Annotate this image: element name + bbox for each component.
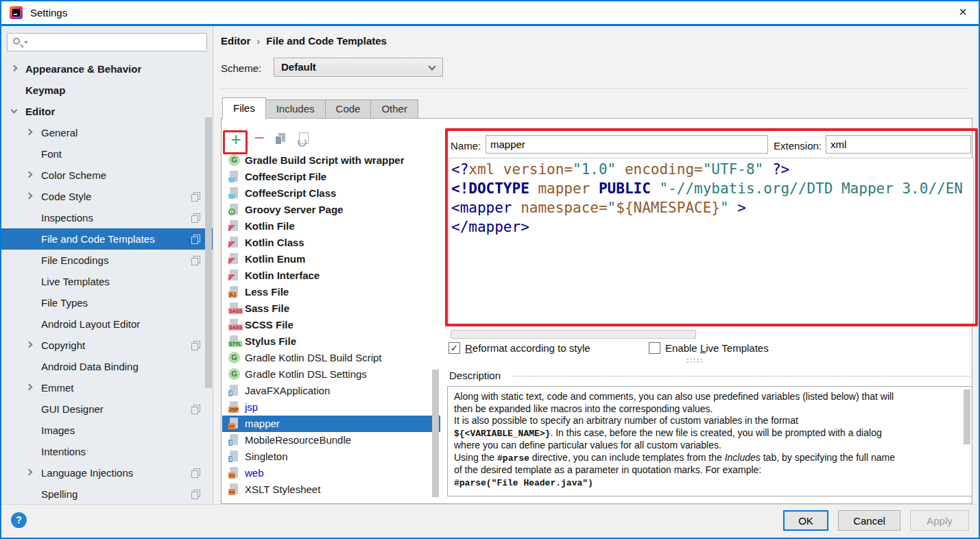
sidebar-item-intentions[interactable]: Intentions — [1, 441, 213, 462]
chevron-right-icon[interactable] — [26, 384, 33, 391]
cancel-button[interactable]: Cancel — [838, 510, 900, 531]
footer-bar: ? OK Cancel Apply — [1, 504, 979, 538]
sidebar-item-emmet[interactable]: Emmet — [1, 377, 213, 398]
sidebar-item-images[interactable]: Images — [1, 420, 213, 441]
template-item-kotlin-file[interactable]: Kotlin File — [222, 218, 440, 235]
template-item-gradle-kotlin-dsl-settings[interactable]: GGradle Kotlin DSL Settings — [222, 366, 440, 383]
sidebar-item-general[interactable]: General — [1, 122, 213, 143]
template-item-label: Gradle Kotlin DSL Build Script — [245, 352, 382, 363]
splitter-grip[interactable] — [686, 358, 702, 363]
reset-template-button[interactable] — [299, 132, 309, 144]
settings-search-input[interactable] — [31, 34, 204, 50]
intellij-logo-icon — [10, 6, 23, 19]
gradle-file-icon: G — [228, 352, 240, 363]
template-item-web[interactable]: <>web — [222, 465, 440, 481]
search-options-caret-icon — [24, 41, 28, 46]
template-item-gradle-build-script-with-wrapper[interactable]: GGradle Build Script with wrapper — [222, 152, 440, 169]
ok-button[interactable]: OK — [783, 510, 828, 531]
template-item-less-file[interactable]: {L}Less File — [222, 284, 440, 300]
template-list: GGradle Build Script with wrapperCoffeeS… — [222, 152, 440, 498]
chevron-right-icon[interactable] — [11, 65, 18, 72]
template-item-groovy-server-page[interactable]: GGroovy Server Page — [222, 202, 440, 218]
template-item-label: Kotlin File — [245, 220, 295, 232]
remove-template-button[interactable]: − — [250, 129, 268, 147]
copy-template-button[interactable] — [275, 133, 286, 145]
tab-other[interactable]: Other — [370, 99, 418, 119]
tab-files[interactable]: Files — [222, 97, 266, 119]
template-item-coffeescript-class[interactable]: CoffeeScript Class — [222, 185, 440, 202]
reformat-checkbox-label: Reformat according to style — [465, 342, 590, 354]
chevron-right-icon[interactable] — [26, 129, 33, 136]
sass-file-icon: SASS — [228, 302, 240, 314]
coffee-file-icon — [228, 187, 240, 199]
sidebar-item-language-injections[interactable]: Language Injections — [1, 462, 213, 483]
sidebar-item-copyright[interactable]: Copyright — [1, 335, 213, 356]
close-icon[interactable]: × — [947, 1, 979, 24]
description-box: Along with static text, code and comment… — [447, 386, 972, 496]
sidebar-item-keymap[interactable]: Keymap — [1, 80, 213, 101]
sidebar-item-inspections[interactable]: Inspections — [1, 207, 213, 228]
template-item-mobileresourcebundle[interactable]: JMobileResourceBundle — [222, 432, 440, 448]
breadcrumb-editor[interactable]: Editor — [221, 35, 250, 47]
kotlin-file-icon — [228, 253, 240, 265]
sidebar-item-file-encodings[interactable]: File Encodings — [1, 250, 213, 271]
template-item-label: Singleton — [245, 451, 288, 462]
template-item-kotlin-interface[interactable]: Kotlin Interface — [222, 267, 440, 284]
xml-file-icon: <> — [228, 418, 240, 429]
scheme-select[interactable]: Default — [274, 58, 443, 77]
template-item-stylus-file[interactable]: STYLStylus File — [222, 333, 440, 350]
sidebar-scrollbar-thumb[interactable] — [205, 117, 212, 388]
sidebar-item-label: Color Scheme — [41, 165, 106, 186]
tab-code[interactable]: Code — [325, 99, 372, 119]
chevron-right-icon[interactable] — [26, 342, 33, 348]
template-item-mapper[interactable]: <>mapper — [222, 416, 440, 432]
description-divider — [512, 376, 970, 376]
per-project-settings-icon — [191, 235, 200, 243]
sidebar-item-appearance-behavior[interactable]: Appearance & Behavior — [1, 58, 213, 80]
template-item-xslt-stylesheet[interactable]: <>XSLT Stylesheet — [222, 481, 440, 498]
sidebar-item-live-templates[interactable]: Live Templates — [1, 271, 213, 292]
kotlin-file-icon — [228, 220, 240, 232]
sidebar-item-label: GUI Designer — [41, 398, 104, 420]
sidebar-item-file-and-code-templates[interactable]: File and Code Templates — [1, 228, 213, 250]
sidebar-item-font[interactable]: Font — [1, 143, 213, 165]
sidebar-item-label: Live Templates — [41, 271, 110, 292]
reformat-checkbox[interactable]: ✓ Reformat according to style — [449, 342, 590, 354]
chevron-down-icon[interactable] — [11, 107, 18, 114]
template-item-scss-file[interactable]: SASSSCSS File — [222, 317, 440, 333]
per-project-settings-icon — [191, 341, 200, 350]
enable-live-templates-checkbox[interactable]: Enable Live Templates — [649, 342, 769, 354]
sidebar-item-spelling[interactable]: Spelling — [1, 483, 213, 505]
sidebar-item-label: Spelling — [41, 483, 77, 505]
template-item-gradle-kotlin-dsl-build-script[interactable]: GGradle Kotlin DSL Build Script — [222, 350, 440, 366]
template-item-javafxapplication[interactable]: JJavaFXApplication — [222, 383, 440, 399]
template-item-kotlin-enum[interactable]: Kotlin Enum — [222, 251, 440, 267]
sidebar-item-gui-designer[interactable]: GUI Designer — [1, 398, 213, 420]
chevron-right-icon[interactable] — [26, 469, 33, 476]
sidebar-item-label: Code Style — [41, 186, 91, 207]
description-scrollbar-thumb[interactable] — [964, 390, 970, 444]
template-item-singleton[interactable]: JSingleton — [222, 448, 440, 465]
template-item-label: Kotlin Enum — [245, 253, 305, 265]
sidebar-item-android-layout-editor[interactable]: Android Layout Editor — [1, 313, 213, 335]
settings-search-box[interactable] — [7, 33, 207, 51]
tab-includes[interactable]: Includes — [265, 99, 326, 119]
per-project-settings-icon — [191, 192, 200, 201]
template-item-coffeescript-file[interactable]: CoffeeScript File — [222, 169, 440, 185]
chevron-right-icon[interactable] — [26, 171, 33, 178]
sidebar-item-android-data-binding[interactable]: Android Data Binding — [1, 356, 213, 377]
editor-horizontal-scrollbar-thumb[interactable] — [451, 330, 696, 339]
apply-button: Apply — [910, 510, 969, 531]
sidebar-item-file-types[interactable]: File Types — [1, 292, 213, 313]
template-item-label: Sass File — [245, 302, 289, 314]
template-list-scrollbar-thumb[interactable] — [432, 370, 439, 497]
template-item-sass-file[interactable]: SASSSass File — [222, 300, 440, 317]
sidebar-item-code-style[interactable]: Code Style — [1, 186, 213, 207]
sidebar-item-editor[interactable]: Editor — [1, 101, 213, 122]
help-button[interactable]: ? — [11, 512, 27, 528]
sidebar-item-color-scheme[interactable]: Color Scheme — [1, 165, 213, 186]
template-item-kotlin-class[interactable]: Kotlin Class — [222, 235, 440, 251]
template-item-jsp[interactable]: JSPjsp — [222, 399, 440, 416]
chevron-down-icon — [428, 62, 435, 70]
chevron-right-icon[interactable] — [26, 193, 33, 200]
